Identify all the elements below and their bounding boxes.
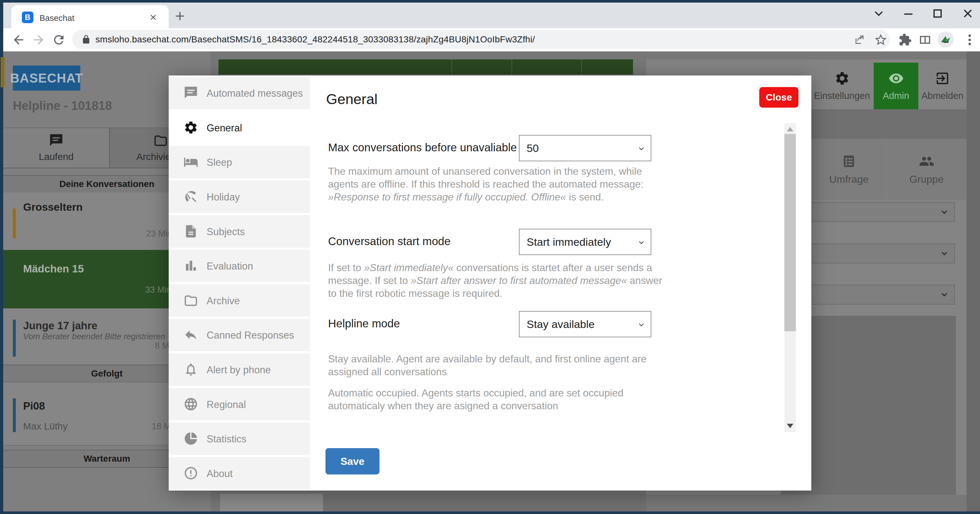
help-max-conversations: The maximum amount of unansered conversa… [328,165,662,203]
tab-umfrage[interactable]: Umfrage [812,139,886,200]
modal-nav-sleep[interactable]: Sleep [169,146,310,178]
browser-menu-kebab-icon[interactable] [963,33,977,47]
window-minimize-button[interactable] [901,6,915,21]
conversation-time: 33 Min [145,285,171,295]
chevron-down-icon [637,239,646,247]
tab-close-icon[interactable] [148,12,159,23]
accent-bar [13,320,16,356]
bell-icon [183,362,198,377]
browser-window: B Basechat [0,0,980,514]
settings-modal: Automated messages General Sleep Holiday [169,75,811,490]
lock-icon [81,35,91,45]
modal-nav-automated-messages[interactable]: Automated messages [169,77,310,109]
help-conversation-start-mode: If set to »Start immediately« conversati… [328,261,662,300]
chat-footer-dimmed [323,494,646,511]
pie-icon [183,431,198,446]
scrollbar-thumb[interactable] [784,134,796,331]
scroll-down-arrow-icon[interactable] [787,424,793,428]
max-conversations-select[interactable]: 50 [519,135,651,161]
eye-icon [888,71,904,86]
barchart-icon [183,258,198,273]
modal-nav-subjects[interactable]: Subjects [169,215,310,248]
button-admin-active[interactable]: Admin [873,63,918,109]
left-edge-fragment [1,57,5,88]
help-helpline-mode-stay-available: Stay available. Agent are available by d… [328,352,662,378]
document-icon [183,224,198,239]
extensions-puzzle-icon[interactable] [898,33,912,46]
modal-nav-general[interactable]: General [169,111,310,144]
modal-nav-about[interactable]: About [169,457,310,489]
modal-nav-holiday[interactable]: Holiday [169,181,310,213]
gear-icon [183,120,198,135]
modal-nav-canned-responses[interactable]: Canned Responses [169,319,310,351]
save-button[interactable]: Save [326,448,379,474]
favicon: B [22,11,33,23]
helpline-title: Helpline - 101818 [13,99,112,113]
logout-icon [935,71,950,86]
new-tab-button[interactable] [173,9,187,23]
chat-header-bar [218,59,633,75]
people-icon [919,154,934,169]
browser-tab[interactable]: B Basechat [11,5,169,28]
umbrella-icon [183,189,198,204]
window-close-button[interactable] [961,6,975,21]
tab-gruppe[interactable]: Gruppe [886,139,967,200]
modal-nav-alert-by-phone[interactable]: Alert by phone [169,353,310,386]
profile-avatar[interactable] [938,32,954,48]
modal-nav-archive[interactable]: Archive [169,284,310,317]
modal-nav-evaluation[interactable]: Evaluation [169,250,310,282]
accent-bar [13,398,16,432]
window-menu-chevron-icon[interactable] [872,6,886,21]
ballot-icon [841,154,857,169]
page-scrollbar-dimmed[interactable] [967,51,980,511]
conversation-start-mode-select[interactable]: Start immediately [519,229,651,255]
browser-toolbar: smsloho.basechat.com/BasechatSMS/16_1843… [3,28,980,51]
folder-icon [153,133,168,148]
tab-title: Basechat [40,13,74,23]
conversation-time: 23 Min [146,229,172,239]
forward-icon[interactable] [32,33,46,47]
bookmark-star-icon[interactable] [875,34,886,46]
chevron-down-icon [940,249,949,258]
titlebar: B Basechat [3,3,980,28]
helpline-mode-select[interactable]: Stay available [519,311,651,337]
accent-bar [13,208,16,239]
globe-icon [183,397,198,412]
modal-nav-regional[interactable]: Regional [169,388,310,420]
scroll-up-arrow-icon[interactable] [787,127,793,131]
chat-input-dimmed [220,494,323,511]
window-maximize-button[interactable] [931,6,945,21]
page-content-dimmed: BASECHAT Helpline - 101818 Laufend Archi… [0,51,980,511]
window-frame-top [0,0,980,3]
basechat-logo: BASECHAT [13,65,80,91]
share-icon[interactable] [854,34,865,45]
modal-nav-statistics[interactable]: Statistics [169,422,310,455]
info-icon [183,466,198,481]
side-panel-icon[interactable] [918,33,932,46]
modal-scrollbar[interactable] [784,123,796,432]
chat-icon [183,86,198,100]
gear-icon [834,71,850,86]
field-label-conversation-start-mode: Conversation start mode [328,229,518,254]
tab-laufend[interactable]: Laufend [3,127,109,168]
close-button[interactable]: Close [759,87,799,108]
window-frame-bottom [0,511,980,514]
chat-icon [49,133,64,148]
help-helpline-mode-automatic-occupied: Automatic occupied. Agents starts occupi… [328,387,662,412]
field-label-max-conversations: Max conversations before unavaliable [328,135,518,160]
back-icon[interactable] [11,33,26,47]
url-text: smsloho.basechat.com/BasechatSMS/16_1843… [95,34,535,45]
reload-icon[interactable] [52,33,66,47]
button-abmelden[interactable]: Abmelden [918,63,967,109]
url-bar[interactable]: smsloho.basechat.com/BasechatSMS/16_1843… [72,30,890,49]
modal-title: General [326,91,377,108]
chevron-down-icon [940,207,949,217]
chevron-down-icon [637,321,646,329]
reply-icon [183,327,198,342]
folder-icon [183,293,198,308]
chevron-down-icon [940,290,949,299]
chevron-down-icon [637,145,646,153]
bed-icon [183,154,198,169]
button-einstellungen[interactable]: Einstellungen [810,63,873,109]
field-label-helpline-mode: Helpline mode [328,311,518,336]
